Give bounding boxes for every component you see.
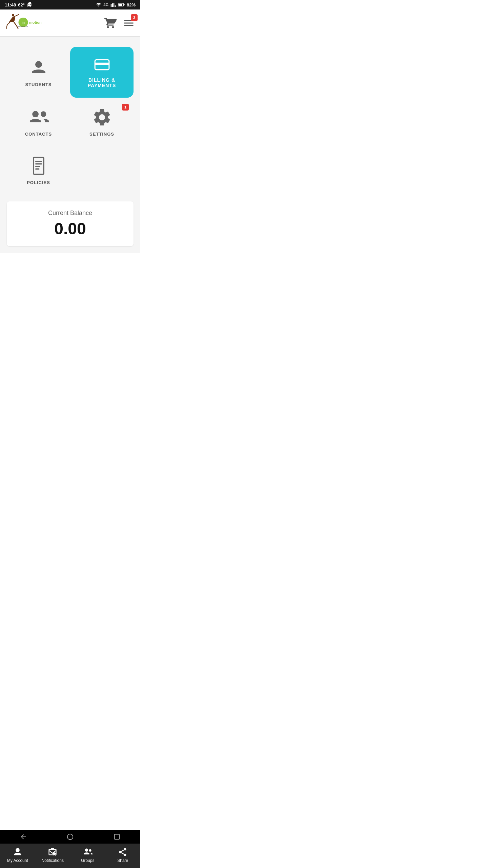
network-type: 4G — [103, 3, 108, 7]
svg-rect-17 — [35, 166, 40, 167]
students-menu-item[interactable]: STUDENTS — [7, 47, 70, 98]
students-label: STUDENTS — [25, 82, 52, 87]
svg-text:dance center: dance center — [18, 25, 28, 27]
svg-rect-11 — [97, 66, 100, 67]
students-icon — [28, 58, 49, 78]
cart-button[interactable] — [104, 17, 117, 29]
policies-label: POLICIES — [27, 180, 50, 185]
battery-icon — [118, 2, 125, 7]
svg-rect-15 — [35, 161, 42, 162]
ghost-icon — [27, 2, 33, 8]
settings-menu-item[interactable]: 1 SETTINGS — [70, 98, 134, 146]
status-left: 11:48 62° — [5, 2, 33, 8]
svg-rect-1 — [118, 4, 122, 6]
billing-label: BILLING & PAYMENTS — [76, 77, 128, 88]
time: 11:48 — [5, 2, 16, 7]
contacts-menu-item[interactable]: CONTACTS — [7, 98, 70, 146]
svg-point-13 — [40, 111, 46, 117]
svg-rect-2 — [124, 4, 125, 5]
logo: in motion dance center — [5, 12, 49, 34]
contacts-label: CONTACTS — [25, 132, 52, 137]
wifi-icon — [96, 2, 101, 7]
balance-amount: 0.00 — [15, 219, 125, 238]
header: in motion dance center 3 — [0, 9, 140, 37]
svg-point-3 — [12, 14, 14, 17]
balance-label: Current Balance — [15, 210, 125, 217]
contacts-icon — [27, 107, 50, 127]
balance-card: Current Balance 0.00 — [7, 201, 134, 246]
billing-menu-item[interactable]: BILLING & PAYMENTS — [70, 47, 134, 98]
header-icons: 3 — [104, 17, 135, 29]
menu-grid: STUDENTS BILLING & PAYMENTS — [7, 47, 134, 195]
billing-icon — [92, 56, 112, 73]
policies-menu-item[interactable]: POLICIES — [7, 146, 70, 195]
settings-label: SETTINGS — [89, 132, 114, 137]
menu-badge: 3 — [131, 14, 138, 21]
svg-rect-18 — [35, 169, 40, 170]
logo-area: in motion dance center — [5, 12, 49, 34]
svg-point-12 — [32, 111, 39, 117]
status-right: 4G 82% — [96, 2, 136, 7]
status-bar: 11:48 62° 4G 82% — [0, 0, 140, 9]
svg-point-8 — [35, 61, 42, 68]
svg-text:motion: motion — [29, 20, 42, 24]
main-content: STUDENTS BILLING & PAYMENTS — [0, 37, 140, 253]
svg-text:in: in — [22, 21, 25, 24]
temperature: 62° — [18, 2, 25, 7]
menu-button[interactable]: 3 — [123, 17, 135, 29]
svg-rect-10 — [95, 63, 109, 65]
settings-badge: 1 — [122, 104, 129, 111]
battery-level: 82% — [127, 2, 136, 7]
svg-rect-16 — [35, 163, 42, 165]
cart-icon — [104, 17, 117, 29]
settings-icon — [92, 107, 112, 127]
signal-icon — [110, 2, 116, 7]
policies-icon — [28, 156, 49, 176]
